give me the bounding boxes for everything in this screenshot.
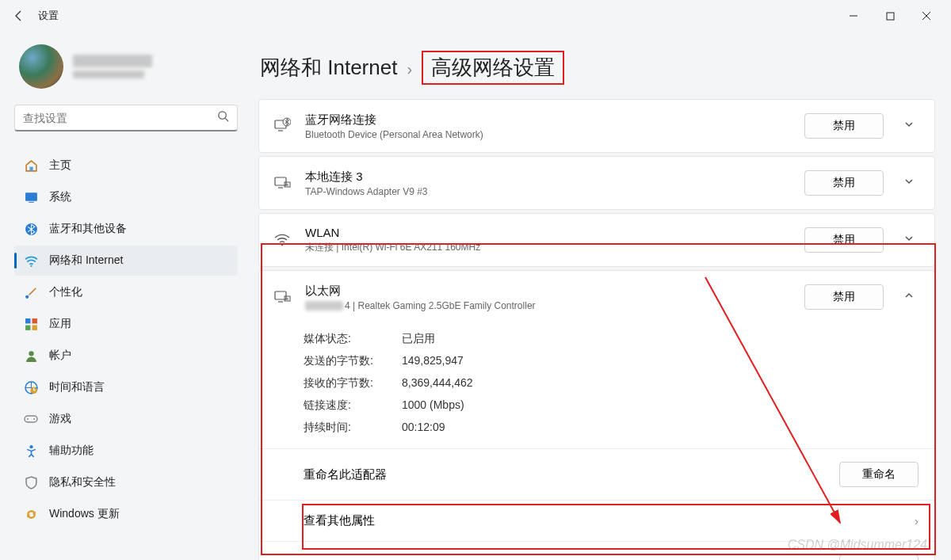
svg-point-8 bbox=[30, 265, 32, 266]
sidebar-item-time[interactable]: 时间和语言 bbox=[14, 372, 238, 402]
svg-point-20 bbox=[29, 445, 32, 448]
person-icon bbox=[24, 349, 38, 363]
detail-value: 00:12:09 bbox=[402, 421, 445, 435]
close-icon bbox=[922, 11, 931, 21]
svg-rect-1 bbox=[887, 13, 894, 20]
ethernet-icon bbox=[273, 174, 291, 192]
svg-rect-13 bbox=[32, 325, 36, 330]
svg-rect-17 bbox=[25, 416, 37, 422]
breadcrumb-current: 高级网络设置 bbox=[422, 51, 564, 85]
detail-value: 8,369,444,462 bbox=[402, 376, 473, 390]
search-box[interactable] bbox=[14, 105, 238, 131]
svg-point-18 bbox=[27, 418, 29, 420]
svg-point-9 bbox=[25, 295, 29, 298]
avatar bbox=[19, 44, 63, 89]
sidebar-item-label: 帐户 bbox=[49, 349, 71, 363]
system-icon bbox=[24, 190, 38, 204]
sidebar-item-gaming[interactable]: 游戏 bbox=[14, 404, 238, 434]
sidebar-item-update[interactable]: Windows 更新 bbox=[14, 499, 238, 529]
back-button[interactable] bbox=[6, 3, 32, 29]
sidebar-item-label: 辅助功能 bbox=[49, 444, 94, 458]
sidebar-item-label: 应用 bbox=[49, 317, 71, 331]
sidebar: 主页 系统 蓝牙和其他设备 网络和 Internet 个性化 应用 帐户 时间和… bbox=[0, 32, 246, 560]
sidebar-item-label: 网络和 Internet bbox=[49, 253, 123, 268]
expand-toggle[interactable] bbox=[898, 119, 920, 133]
sidebar-item-system[interactable]: 系统 bbox=[14, 182, 238, 212]
svg-line-3 bbox=[225, 118, 228, 121]
expand-toggle[interactable] bbox=[898, 176, 920, 190]
sidebar-item-label: 游戏 bbox=[49, 412, 71, 426]
shield-icon bbox=[24, 475, 38, 490]
arrow-left-icon bbox=[13, 10, 25, 22]
maximize-icon bbox=[886, 12, 895, 21]
svg-rect-6 bbox=[29, 201, 33, 202]
more-options-row: 更多适配器选项 编辑 bbox=[259, 541, 934, 560]
gamepad-icon bbox=[24, 412, 38, 426]
adapter-sub: Bluetooth Device (Personal Area Network) bbox=[305, 129, 790, 140]
chevron-right-icon: › bbox=[407, 60, 412, 78]
adapter-card-ethernet: 以太网4 | Realtek Gaming 2.5GbE Family Cont… bbox=[258, 270, 935, 560]
adapter-title: WLAN bbox=[305, 226, 790, 239]
sidebar-item-label: 蓝牙和其他设备 bbox=[49, 222, 127, 236]
disable-button[interactable]: 禁用 bbox=[804, 170, 884, 196]
adapter-sub: 未连接 | Intel(R) Wi-Fi 6E AX211 160MHz bbox=[305, 241, 790, 254]
detail-value: 149,825,947 bbox=[402, 354, 464, 368]
disable-button[interactable]: 禁用 bbox=[804, 284, 884, 310]
expand-toggle[interactable] bbox=[898, 233, 920, 247]
sidebar-item-home[interactable]: 主页 bbox=[14, 150, 238, 181]
rename-button[interactable]: 重命名 bbox=[839, 462, 919, 487]
adapter-name-redacted bbox=[305, 301, 343, 310]
detail-value: 1000 (Mbps) bbox=[402, 398, 464, 413]
detail-value: 已启用 bbox=[402, 332, 435, 346]
close-button[interactable] bbox=[908, 3, 945, 29]
adapter-details: 媒体状态:已启用 发送的字节数:149,825,947 接收的字节数:8,369… bbox=[259, 323, 934, 448]
maximize-button[interactable] bbox=[872, 3, 908, 29]
accessibility-icon bbox=[24, 444, 38, 458]
svg-point-29 bbox=[281, 244, 283, 246]
svg-rect-5 bbox=[25, 192, 37, 201]
sidebar-item-accessibility[interactable]: 辅助功能 bbox=[14, 436, 238, 466]
user-name-redacted bbox=[73, 55, 152, 67]
svg-rect-4 bbox=[29, 166, 32, 170]
collapse-toggle[interactable] bbox=[898, 290, 920, 304]
edit-button[interactable]: 编辑 bbox=[839, 554, 919, 560]
globe-icon bbox=[24, 380, 38, 394]
breadcrumb-parent[interactable]: 网络和 Internet bbox=[260, 54, 397, 82]
detail-label: 发送的字节数: bbox=[304, 354, 402, 368]
detail-label: 接收的字节数: bbox=[304, 376, 402, 390]
adapter-sub: 4 | Realtek Gaming 2.5GbE Family Control… bbox=[305, 300, 790, 311]
adapter-card-wlan: WLAN未连接 | Intel(R) Wi-Fi 6E AX211 160MHz… bbox=[258, 213, 935, 267]
disable-button[interactable]: 禁用 bbox=[804, 227, 884, 253]
svg-point-14 bbox=[29, 351, 33, 356]
apps-icon bbox=[24, 317, 38, 331]
sidebar-item-apps[interactable]: 应用 bbox=[14, 309, 238, 339]
detail-label: 媒体状态: bbox=[304, 332, 402, 346]
adapter-title: 以太网 bbox=[305, 284, 790, 299]
disable-button[interactable]: 禁用 bbox=[804, 113, 884, 139]
user-profile[interactable] bbox=[14, 38, 238, 103]
sidebar-item-personalize[interactable]: 个性化 bbox=[14, 277, 238, 307]
adapter-title: 本地连接 3 bbox=[305, 170, 790, 185]
sidebar-item-label: 时间和语言 bbox=[49, 380, 105, 394]
brush-icon bbox=[24, 285, 38, 299]
sidebar-item-network[interactable]: 网络和 Internet bbox=[14, 246, 238, 276]
svg-rect-11 bbox=[32, 318, 36, 323]
chevron-down-icon bbox=[903, 233, 915, 244]
sidebar-item-privacy[interactable]: 隐私和安全性 bbox=[14, 467, 238, 497]
sidebar-item-accounts[interactable]: 帐户 bbox=[14, 341, 238, 371]
home-icon bbox=[24, 158, 38, 173]
sidebar-item-label: 主页 bbox=[49, 158, 71, 173]
adapter-title: 蓝牙网络连接 bbox=[305, 112, 790, 128]
svg-point-2 bbox=[219, 112, 226, 119]
window-title: 设置 bbox=[38, 9, 59, 23]
svg-point-19 bbox=[33, 418, 35, 420]
svg-rect-12 bbox=[25, 325, 30, 330]
view-properties-row[interactable]: 查看其他属性 › bbox=[259, 500, 934, 541]
chevron-up-icon bbox=[903, 290, 915, 301]
row-label: 重命名此适配器 bbox=[304, 467, 387, 482]
search-input[interactable] bbox=[23, 112, 217, 124]
minimize-button[interactable] bbox=[835, 3, 872, 29]
sidebar-item-bluetooth[interactable]: 蓝牙和其他设备 bbox=[14, 214, 238, 244]
sidebar-item-label: 隐私和安全性 bbox=[49, 475, 116, 490]
detail-label: 链接速度: bbox=[304, 398, 402, 413]
